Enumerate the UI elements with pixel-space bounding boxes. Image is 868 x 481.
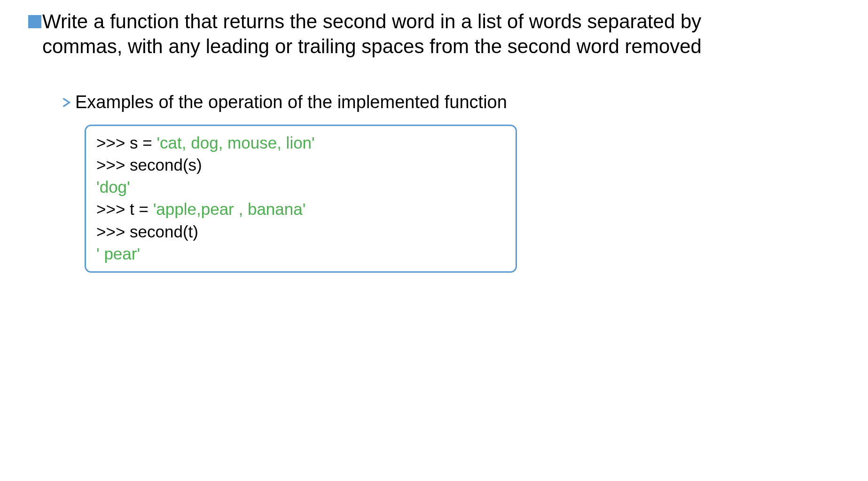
code-output: ' pear' bbox=[96, 244, 140, 263]
slide: Write a function that returns the second… bbox=[0, 0, 868, 481]
code-string-literal: 'cat, dog, mouse, lion' bbox=[156, 134, 314, 152]
code-prompt: >>> s = bbox=[96, 134, 156, 152]
code-prompt: >>> t = bbox=[96, 200, 153, 218]
code-output: 'dog' bbox=[96, 178, 130, 196]
code-example-box: >>> s = 'cat, dog, mouse, lion' >>> seco… bbox=[85, 125, 517, 273]
code-line-2: >>> second(s) bbox=[96, 154, 505, 176]
code-line-1: >>> s = 'cat, dog, mouse, lion' bbox=[96, 132, 505, 154]
chevron-right-icon bbox=[60, 96, 72, 109]
code-call: >>> second(s) bbox=[96, 156, 202, 174]
code-line-5: >>> second(t) bbox=[96, 221, 505, 243]
code-line-4: >>> t = 'apple,pear , banana' bbox=[96, 198, 505, 220]
code-line-6: ' pear' bbox=[96, 243, 505, 265]
main-bullet-block: Write a function that returns the second… bbox=[28, 9, 868, 59]
code-call: >>> second(t) bbox=[96, 222, 198, 241]
sub-heading-text: Examples of the operation of the impleme… bbox=[75, 92, 507, 113]
code-line-3: 'dog' bbox=[96, 176, 505, 198]
square-bullet-icon bbox=[28, 15, 41, 28]
code-string-literal: 'apple,pear , banana' bbox=[153, 200, 306, 218]
main-paragraph-text: Write a function that returns the second… bbox=[42, 9, 719, 59]
sub-bullet-block: Examples of the operation of the impleme… bbox=[60, 92, 868, 113]
